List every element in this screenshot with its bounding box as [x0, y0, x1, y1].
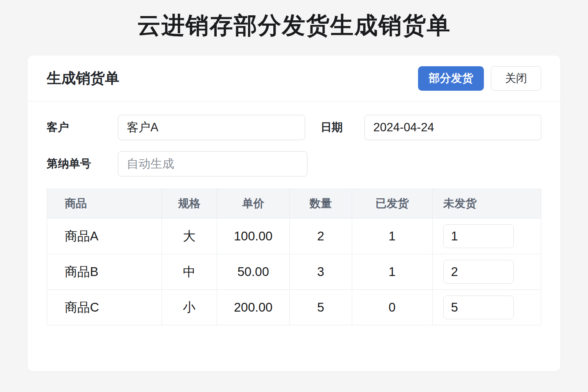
panel-actions: 部分发货 关闭 — [418, 66, 541, 91]
spec-cell: 大 — [162, 219, 217, 254]
unshipped-cell — [432, 219, 541, 254]
unshipped-input[interactable] — [443, 224, 514, 248]
price-cell: 100.00 — [217, 219, 290, 254]
header-shipped: 已发货 — [352, 189, 432, 219]
product-cell: 商品C — [47, 290, 162, 325]
spec-cell: 小 — [162, 290, 217, 325]
product-cell: 商品B — [47, 254, 162, 290]
price-cell: 200.00 — [217, 290, 290, 325]
header-price: 单价 — [217, 189, 290, 219]
order-no-input[interactable] — [118, 151, 307, 176]
form-row-customer-date: 客户 日期 — [47, 115, 541, 140]
qty-cell: 2 — [289, 219, 352, 254]
table-row: 商品A 大 100.00 2 1 — [47, 219, 541, 254]
customer-input[interactable] — [118, 115, 305, 140]
close-button[interactable]: 关闭 — [491, 66, 541, 91]
table-row: 商品C 小 200.00 5 0 — [47, 290, 541, 325]
unshipped-cell — [432, 290, 541, 325]
qty-cell: 5 — [289, 290, 352, 325]
unshipped-input[interactable] — [443, 296, 514, 319]
generate-sales-order-panel: 生成销货单 部分发货 关闭 客户 日期 第纳单号 商品 规格 — [28, 56, 560, 371]
price-cell: 50.00 — [217, 254, 290, 290]
header-unshipped: 未发货 — [432, 189, 541, 219]
partial-ship-button[interactable]: 部分发货 — [418, 66, 484, 91]
table-row: 商品B 中 50.00 3 1 — [47, 254, 541, 290]
table-header-row: 商品 规格 单价 数量 已发货 未发货 — [47, 189, 541, 219]
shipped-cell: 0 — [352, 290, 432, 325]
page-title: 云进销存部分发货生成销货单 — [0, 0, 588, 41]
customer-label: 客户 — [47, 120, 118, 135]
date-input[interactable] — [364, 115, 541, 140]
unshipped-input[interactable] — [443, 260, 514, 284]
date-label: 日期 — [320, 120, 364, 135]
header-product: 商品 — [47, 189, 162, 219]
shipped-cell: 1 — [352, 254, 432, 290]
panel-title: 生成销货单 — [47, 69, 119, 88]
product-cell: 商品A — [47, 219, 162, 254]
order-no-label: 第纳单号 — [47, 156, 118, 172]
header-spec: 规格 — [162, 189, 217, 219]
panel-body: 客户 日期 第纳单号 商品 规格 单价 数量 已发货 未发货 — [28, 101, 560, 325]
items-table: 商品 规格 单价 数量 已发货 未发货 商品A 大 100.00 2 1 — [47, 189, 541, 325]
unshipped-cell — [432, 254, 541, 290]
form-row-order-no: 第纳单号 — [47, 151, 541, 176]
panel-header: 生成销货单 部分发货 关闭 — [28, 56, 560, 101]
header-qty: 数量 — [289, 189, 352, 219]
qty-cell: 3 — [289, 254, 352, 290]
spec-cell: 中 — [162, 254, 217, 290]
shipped-cell: 1 — [352, 219, 432, 254]
